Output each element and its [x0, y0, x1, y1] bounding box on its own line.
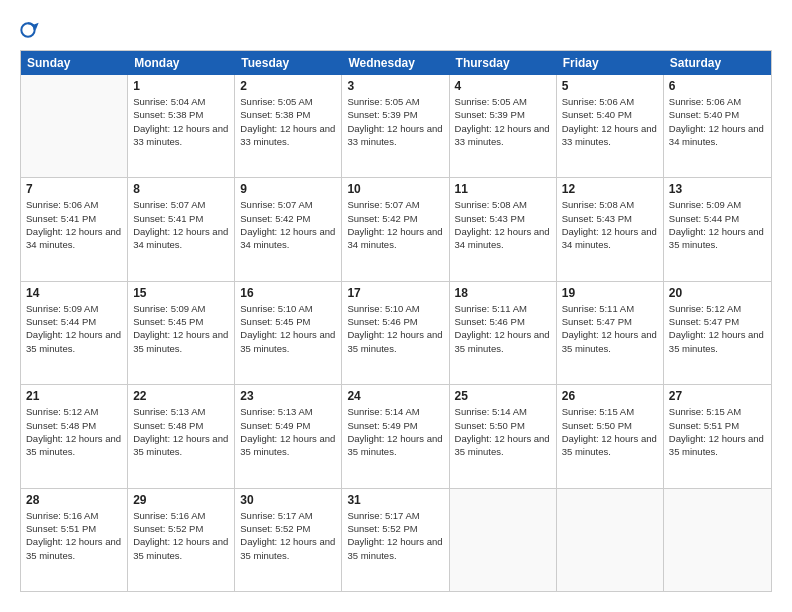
cell-info: Sunrise: 5:08 AM Sunset: 5:43 PM Dayligh… — [562, 198, 658, 251]
day-cell-27: 27Sunrise: 5:15 AM Sunset: 5:51 PM Dayli… — [664, 385, 771, 487]
cell-info: Sunrise: 5:12 AM Sunset: 5:48 PM Dayligh… — [26, 405, 122, 458]
cell-info: Sunrise: 5:11 AM Sunset: 5:46 PM Dayligh… — [455, 302, 551, 355]
cell-info: Sunrise: 5:17 AM Sunset: 5:52 PM Dayligh… — [347, 509, 443, 562]
day-cell-6: 6Sunrise: 5:06 AM Sunset: 5:40 PM Daylig… — [664, 75, 771, 177]
day-cell-4: 4Sunrise: 5:05 AM Sunset: 5:39 PM Daylig… — [450, 75, 557, 177]
day-number: 2 — [240, 79, 336, 93]
weekday-header-wednesday: Wednesday — [342, 51, 449, 75]
day-number: 16 — [240, 286, 336, 300]
day-cell-23: 23Sunrise: 5:13 AM Sunset: 5:49 PM Dayli… — [235, 385, 342, 487]
cell-info: Sunrise: 5:10 AM Sunset: 5:45 PM Dayligh… — [240, 302, 336, 355]
cell-info: Sunrise: 5:11 AM Sunset: 5:47 PM Dayligh… — [562, 302, 658, 355]
day-number: 29 — [133, 493, 229, 507]
day-number: 15 — [133, 286, 229, 300]
cell-info: Sunrise: 5:05 AM Sunset: 5:39 PM Dayligh… — [347, 95, 443, 148]
logo-icon — [20, 20, 40, 40]
day-number: 24 — [347, 389, 443, 403]
calendar-header: SundayMondayTuesdayWednesdayThursdayFrid… — [21, 51, 771, 75]
empty-cell — [450, 489, 557, 591]
cell-info: Sunrise: 5:05 AM Sunset: 5:38 PM Dayligh… — [240, 95, 336, 148]
cell-info: Sunrise: 5:15 AM Sunset: 5:50 PM Dayligh… — [562, 405, 658, 458]
day-cell-2: 2Sunrise: 5:05 AM Sunset: 5:38 PM Daylig… — [235, 75, 342, 177]
calendar-row-1: 1Sunrise: 5:04 AM Sunset: 5:38 PM Daylig… — [21, 75, 771, 178]
calendar: SundayMondayTuesdayWednesdayThursdayFrid… — [20, 50, 772, 592]
day-number: 1 — [133, 79, 229, 93]
day-cell-28: 28Sunrise: 5:16 AM Sunset: 5:51 PM Dayli… — [21, 489, 128, 591]
day-number: 7 — [26, 182, 122, 196]
day-number: 10 — [347, 182, 443, 196]
day-number: 6 — [669, 79, 766, 93]
cell-info: Sunrise: 5:15 AM Sunset: 5:51 PM Dayligh… — [669, 405, 766, 458]
day-cell-14: 14Sunrise: 5:09 AM Sunset: 5:44 PM Dayli… — [21, 282, 128, 384]
cell-info: Sunrise: 5:09 AM Sunset: 5:45 PM Dayligh… — [133, 302, 229, 355]
cell-info: Sunrise: 5:08 AM Sunset: 5:43 PM Dayligh… — [455, 198, 551, 251]
weekday-header-tuesday: Tuesday — [235, 51, 342, 75]
cell-info: Sunrise: 5:17 AM Sunset: 5:52 PM Dayligh… — [240, 509, 336, 562]
day-number: 3 — [347, 79, 443, 93]
day-number: 5 — [562, 79, 658, 93]
cell-info: Sunrise: 5:10 AM Sunset: 5:46 PM Dayligh… — [347, 302, 443, 355]
day-number: 14 — [26, 286, 122, 300]
cell-info: Sunrise: 5:16 AM Sunset: 5:51 PM Dayligh… — [26, 509, 122, 562]
cell-info: Sunrise: 5:06 AM Sunset: 5:41 PM Dayligh… — [26, 198, 122, 251]
day-cell-22: 22Sunrise: 5:13 AM Sunset: 5:48 PM Dayli… — [128, 385, 235, 487]
day-cell-8: 8Sunrise: 5:07 AM Sunset: 5:41 PM Daylig… — [128, 178, 235, 280]
cell-info: Sunrise: 5:07 AM Sunset: 5:41 PM Dayligh… — [133, 198, 229, 251]
weekday-header-thursday: Thursday — [450, 51, 557, 75]
day-number: 19 — [562, 286, 658, 300]
weekday-header-friday: Friday — [557, 51, 664, 75]
cell-info: Sunrise: 5:13 AM Sunset: 5:49 PM Dayligh… — [240, 405, 336, 458]
day-number: 28 — [26, 493, 122, 507]
day-cell-19: 19Sunrise: 5:11 AM Sunset: 5:47 PM Dayli… — [557, 282, 664, 384]
day-number: 25 — [455, 389, 551, 403]
day-cell-20: 20Sunrise: 5:12 AM Sunset: 5:47 PM Dayli… — [664, 282, 771, 384]
day-number: 30 — [240, 493, 336, 507]
cell-info: Sunrise: 5:05 AM Sunset: 5:39 PM Dayligh… — [455, 95, 551, 148]
cell-info: Sunrise: 5:06 AM Sunset: 5:40 PM Dayligh… — [669, 95, 766, 148]
page: SundayMondayTuesdayWednesdayThursdayFrid… — [0, 0, 792, 612]
day-cell-30: 30Sunrise: 5:17 AM Sunset: 5:52 PM Dayli… — [235, 489, 342, 591]
day-cell-10: 10Sunrise: 5:07 AM Sunset: 5:42 PM Dayli… — [342, 178, 449, 280]
weekday-header-saturday: Saturday — [664, 51, 771, 75]
cell-info: Sunrise: 5:14 AM Sunset: 5:49 PM Dayligh… — [347, 405, 443, 458]
day-cell-24: 24Sunrise: 5:14 AM Sunset: 5:49 PM Dayli… — [342, 385, 449, 487]
day-cell-11: 11Sunrise: 5:08 AM Sunset: 5:43 PM Dayli… — [450, 178, 557, 280]
calendar-row-3: 14Sunrise: 5:09 AM Sunset: 5:44 PM Dayli… — [21, 282, 771, 385]
cell-info: Sunrise: 5:06 AM Sunset: 5:40 PM Dayligh… — [562, 95, 658, 148]
day-number: 17 — [347, 286, 443, 300]
cell-info: Sunrise: 5:12 AM Sunset: 5:47 PM Dayligh… — [669, 302, 766, 355]
day-number: 27 — [669, 389, 766, 403]
day-cell-31: 31Sunrise: 5:17 AM Sunset: 5:52 PM Dayli… — [342, 489, 449, 591]
day-cell-16: 16Sunrise: 5:10 AM Sunset: 5:45 PM Dayli… — [235, 282, 342, 384]
cell-info: Sunrise: 5:16 AM Sunset: 5:52 PM Dayligh… — [133, 509, 229, 562]
day-cell-12: 12Sunrise: 5:08 AM Sunset: 5:43 PM Dayli… — [557, 178, 664, 280]
day-cell-17: 17Sunrise: 5:10 AM Sunset: 5:46 PM Dayli… — [342, 282, 449, 384]
day-cell-29: 29Sunrise: 5:16 AM Sunset: 5:52 PM Dayli… — [128, 489, 235, 591]
day-number: 26 — [562, 389, 658, 403]
day-number: 22 — [133, 389, 229, 403]
cell-info: Sunrise: 5:09 AM Sunset: 5:44 PM Dayligh… — [669, 198, 766, 251]
day-number: 4 — [455, 79, 551, 93]
cell-info: Sunrise: 5:14 AM Sunset: 5:50 PM Dayligh… — [455, 405, 551, 458]
day-cell-9: 9Sunrise: 5:07 AM Sunset: 5:42 PM Daylig… — [235, 178, 342, 280]
day-cell-3: 3Sunrise: 5:05 AM Sunset: 5:39 PM Daylig… — [342, 75, 449, 177]
calendar-body: 1Sunrise: 5:04 AM Sunset: 5:38 PM Daylig… — [21, 75, 771, 591]
day-number: 21 — [26, 389, 122, 403]
day-number: 23 — [240, 389, 336, 403]
day-number: 13 — [669, 182, 766, 196]
empty-cell — [21, 75, 128, 177]
day-number: 20 — [669, 286, 766, 300]
header — [20, 20, 772, 40]
weekday-header-sunday: Sunday — [21, 51, 128, 75]
day-number: 12 — [562, 182, 658, 196]
day-cell-25: 25Sunrise: 5:14 AM Sunset: 5:50 PM Dayli… — [450, 385, 557, 487]
day-cell-13: 13Sunrise: 5:09 AM Sunset: 5:44 PM Dayli… — [664, 178, 771, 280]
day-cell-5: 5Sunrise: 5:06 AM Sunset: 5:40 PM Daylig… — [557, 75, 664, 177]
cell-info: Sunrise: 5:07 AM Sunset: 5:42 PM Dayligh… — [347, 198, 443, 251]
day-cell-15: 15Sunrise: 5:09 AM Sunset: 5:45 PM Dayli… — [128, 282, 235, 384]
empty-cell — [557, 489, 664, 591]
calendar-row-4: 21Sunrise: 5:12 AM Sunset: 5:48 PM Dayli… — [21, 385, 771, 488]
logo — [20, 20, 42, 40]
day-cell-1: 1Sunrise: 5:04 AM Sunset: 5:38 PM Daylig… — [128, 75, 235, 177]
day-number: 11 — [455, 182, 551, 196]
